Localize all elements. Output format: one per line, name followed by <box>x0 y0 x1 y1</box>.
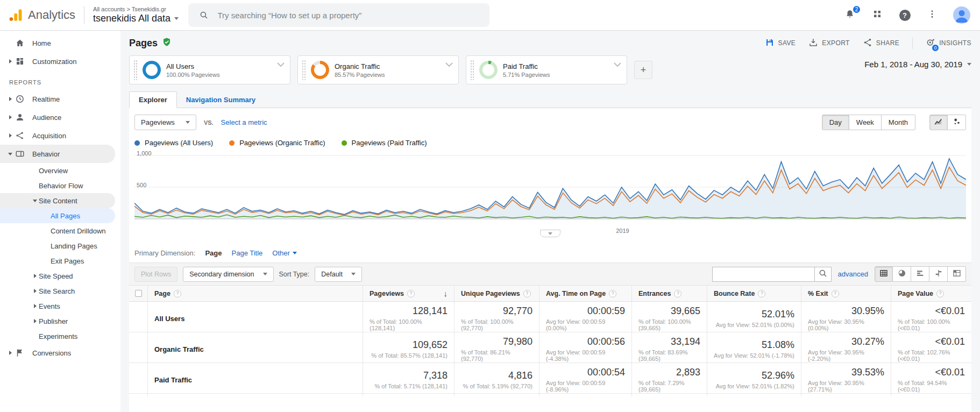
more-menu-button[interactable] <box>926 9 939 22</box>
sidebar-item-customization[interactable]: Customization <box>0 52 115 70</box>
segment-card-organic-traffic[interactable]: Organic Traffic85.57% Pageviews <box>297 55 459 84</box>
sidebar-item-events[interactable]: Events <box>0 299 115 314</box>
dimension-option-page[interactable]: Page <box>205 249 222 257</box>
help-icon[interactable]: ? <box>832 290 839 297</box>
sidebar-item-all-pages[interactable]: All Pages <box>0 208 115 223</box>
granularity-month-button[interactable]: Month <box>882 115 915 130</box>
sidebar-item-content-drilldown[interactable]: Content Drilldown <box>0 223 115 238</box>
tab-explorer[interactable]: Explorer <box>129 91 177 108</box>
chart-collapse-button[interactable] <box>540 230 560 237</box>
column-header-unique-pageviews[interactable]: Unique Pageviews? <box>454 286 539 301</box>
dimension-option-page-title[interactable]: Page Title <box>232 249 263 257</box>
sidebar-item-landing-pages[interactable]: Landing Pages <box>0 238 115 253</box>
segment-card-all-users[interactable]: All Users100.00% Pageviews <box>129 55 290 84</box>
granularity-week-button[interactable]: Week <box>849 115 882 130</box>
sidebar-item-overview[interactable]: Overview <box>0 163 115 178</box>
drag-handle[interactable] <box>133 60 137 80</box>
help-icon[interactable]: ? <box>407 290 415 297</box>
chevron-down-icon[interactable] <box>277 59 285 69</box>
percentage-view-icon <box>897 268 907 280</box>
expand-arrow-icon[interactable] <box>31 289 39 293</box>
line-chart-button[interactable] <box>929 115 948 130</box>
metric-dropdown[interactable]: Pageviews <box>134 115 196 130</box>
expand-arrow-icon[interactable] <box>31 274 39 278</box>
granularity-day-button[interactable]: Day <box>822 115 849 130</box>
notifications-button[interactable]: 2 <box>843 9 856 22</box>
sidebar-item-behavior[interactable]: Behavior <box>0 145 115 163</box>
analytics-logo[interactable]: Analytics <box>9 8 84 22</box>
column-header-avg-time-on-page[interactable]: Avg. Time on Page? <box>539 286 631 301</box>
share-button[interactable]: SHARE <box>863 38 899 49</box>
segment-card-paid-traffic[interactable]: Paid Traffic5.71% Pageviews <box>466 55 627 84</box>
chevron-down-icon[interactable] <box>445 59 453 69</box>
expand-arrow-icon[interactable] <box>31 200 39 202</box>
expand-arrow-icon[interactable] <box>6 133 14 138</box>
column-header-bounce-rate[interactable]: Bounce Rate? <box>707 286 801 301</box>
sidebar-item-audience[interactable]: Audience <box>0 108 115 126</box>
sidebar-item-site-content[interactable]: Site Content <box>0 193 115 208</box>
view-table-button[interactable] <box>875 266 893 282</box>
segment-name: All Users <box>166 62 220 70</box>
sidebar-item-experiments[interactable]: Experiments <box>0 329 115 344</box>
view-percentage-button[interactable] <box>893 266 911 282</box>
sidebar-item-acquisition[interactable]: Acquisition <box>0 126 115 145</box>
help-button[interactable]: ? <box>898 9 911 22</box>
secondary-dimension-dropdown[interactable]: Secondary dimension <box>183 267 273 282</box>
drag-handle[interactable] <box>470 60 474 80</box>
column-header-entrances[interactable]: Entrances? <box>631 286 707 301</box>
advanced-link[interactable]: advanced <box>838 270 868 278</box>
expand-arrow-icon[interactable] <box>6 351 14 355</box>
sidebar-item-home[interactable]: Home <box>0 34 115 52</box>
expand-arrow-icon[interactable] <box>31 319 39 323</box>
expand-arrow-icon[interactable] <box>31 304 39 308</box>
sidebar-item-exit-pages[interactable]: Exit Pages <box>0 253 115 268</box>
view-performance-button[interactable] <box>911 266 929 282</box>
plot-rows-button[interactable]: Plot Rows <box>134 267 177 282</box>
help-icon[interactable]: ? <box>758 290 765 297</box>
chevron-down-icon[interactable] <box>614 59 621 69</box>
column-header-exit[interactable]: % Exit? <box>801 286 891 301</box>
motion-chart-button[interactable] <box>948 115 966 130</box>
column-header-page-value[interactable]: Page Value? <box>891 286 971 301</box>
sidebar-item-realtime[interactable]: Realtime <box>0 90 115 108</box>
select-metric-link[interactable]: Select a metric <box>221 118 267 126</box>
apps-grid-button[interactable] <box>871 9 884 22</box>
expand-arrow-icon[interactable] <box>6 115 14 119</box>
column-header-page[interactable]: Page? <box>147 286 363 301</box>
save-button[interactable]: SAVE <box>765 38 796 49</box>
table-row-organic-traffic[interactable]: Organic Traffic109,652% of Total: 85.57%… <box>129 332 971 363</box>
table-row-all-users[interactable]: All Users128,141% of Total: 100.00% (128… <box>129 302 971 332</box>
insights-button[interactable]: 0 INSIGHTS <box>926 38 971 49</box>
avatar[interactable] <box>953 6 970 24</box>
view-comparison-button[interactable] <box>929 266 948 282</box>
table-search-button[interactable] <box>814 267 832 282</box>
tab-navigation-summary[interactable]: Navigation Summary <box>177 92 265 108</box>
export-button[interactable]: EXPORT <box>808 38 850 49</box>
date-range-selector[interactable]: Feb 1, 2018 - Aug 30, 2019 <box>864 55 971 69</box>
help-icon[interactable]: ? <box>174 290 181 297</box>
select-all-checkbox[interactable] <box>129 286 147 301</box>
global-search-input[interactable] <box>217 11 480 20</box>
sidebar-item-behavior-flow[interactable]: Behavior Flow <box>0 178 115 193</box>
expand-arrow-icon[interactable] <box>6 59 14 63</box>
help-icon[interactable]: ? <box>609 290 616 297</box>
sidebar-item-conversions[interactable]: Conversions <box>0 344 115 362</box>
drag-handle[interactable] <box>302 60 306 80</box>
table-search-input[interactable] <box>712 267 814 282</box>
help-icon[interactable]: ? <box>936 290 944 297</box>
table-row-paid-traffic[interactable]: Paid Traffic7,318% of Total: 5.71% (128,… <box>129 363 971 394</box>
sort-type-dropdown[interactable]: Default <box>315 267 362 282</box>
sidebar-item-site-search[interactable]: Site Search <box>0 283 115 299</box>
expand-arrow-icon[interactable] <box>6 153 14 155</box>
global-search[interactable] <box>188 3 489 27</box>
sidebar-item-site-speed[interactable]: Site Speed <box>0 268 115 283</box>
view-pivot-button[interactable] <box>948 266 966 282</box>
column-header-pageviews[interactable]: Pageviews?↓ <box>363 286 454 301</box>
help-icon[interactable]: ? <box>523 290 531 297</box>
account-selector[interactable]: All accounts > Tsenekidis.gr tsenekidis … <box>84 6 179 25</box>
sidebar-item-publisher[interactable]: Publisher <box>0 314 115 329</box>
expand-arrow-icon[interactable] <box>6 97 14 101</box>
add-segment-button[interactable]: + <box>634 61 652 79</box>
dimension-option-other[interactable]: Other <box>272 249 297 257</box>
help-icon[interactable]: ? <box>674 290 681 297</box>
